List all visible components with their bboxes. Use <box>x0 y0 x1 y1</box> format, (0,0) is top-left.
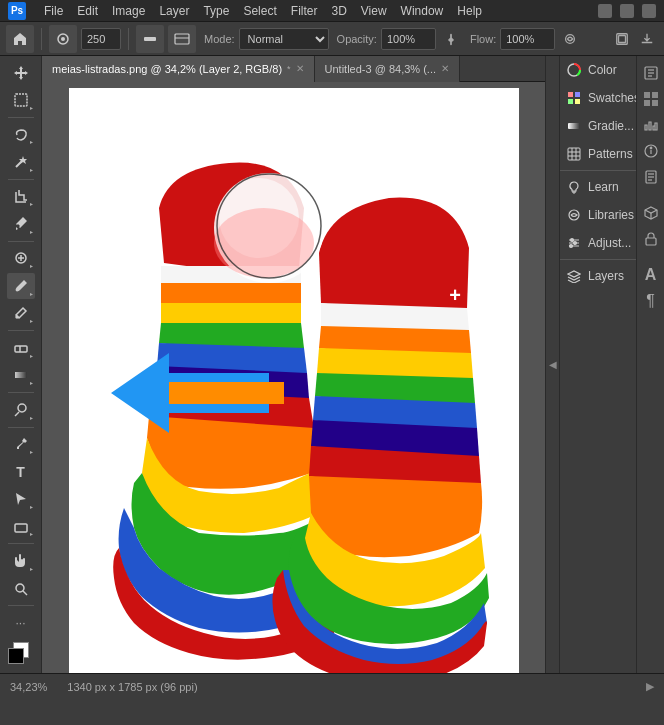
panel-layers[interactable]: Layers <box>560 262 636 290</box>
text-icon[interactable]: A <box>640 264 662 286</box>
panel-learn[interactable]: Learn <box>560 173 636 201</box>
svg-marker-20 <box>16 493 26 505</box>
tab-close-1[interactable]: ✕ <box>296 63 304 74</box>
swatches-grid-icon <box>566 90 582 106</box>
document-dimensions: 1340 px x 1785 px (96 ppi) <box>67 681 197 693</box>
arrow-orange <box>169 382 284 404</box>
scroll-right-icon[interactable]: ▶ <box>646 680 654 693</box>
svg-point-18 <box>18 404 26 412</box>
menu-help[interactable]: Help <box>457 4 482 18</box>
panel-sep-2 <box>560 259 636 260</box>
properties-icon[interactable] <box>640 62 662 84</box>
lasso-tool[interactable]: ▸ <box>7 122 35 148</box>
app-icon: Ps <box>8 2 26 20</box>
eraser-tool[interactable]: ▸ <box>7 335 35 361</box>
svg-rect-35 <box>568 148 580 160</box>
transform-icon[interactable] <box>640 228 662 250</box>
canvas-document: + <box>69 88 519 674</box>
tab-meias[interactable]: meias-listradas.png @ 34,2% (Layer 2, RG… <box>42 56 315 82</box>
menu-layer[interactable]: Layer <box>159 4 189 18</box>
svg-rect-3 <box>175 34 189 44</box>
tab-untitled[interactable]: Untitled-3 @ 84,3% (... ✕ <box>315 56 460 82</box>
more-tools[interactable]: ··· <box>7 610 35 636</box>
panel-adjustments[interactable]: Adjust... <box>560 229 636 257</box>
hand-tool[interactable]: ▸ <box>7 548 35 574</box>
opacity-value[interactable]: 100% <box>381 28 436 50</box>
svg-rect-51 <box>652 92 658 98</box>
panel-swatches[interactable]: Swatches <box>560 84 636 112</box>
tab-close-2[interactable]: ✕ <box>441 63 449 74</box>
move-tool[interactable] <box>7 60 35 86</box>
tool-sep-3 <box>8 241 34 242</box>
color-swatches[interactable] <box>7 640 35 667</box>
menu-select[interactable]: Select <box>243 4 276 18</box>
panel-color-label: Color <box>588 63 617 77</box>
menu-filter[interactable]: Filter <box>291 4 318 18</box>
tool-sep-2 <box>8 179 34 180</box>
tool-sep-1 <box>8 117 34 118</box>
svg-point-44 <box>574 242 577 245</box>
status-bar: 34,23% 1340 px x 1785 px (96 ppi) ▶ <box>0 673 664 699</box>
svg-rect-50 <box>644 92 650 98</box>
type-tool[interactable]: T <box>7 459 35 485</box>
minimize-btn[interactable] <box>598 4 612 18</box>
brush-size-box[interactable]: 250 <box>81 28 121 50</box>
eyedropper-tool[interactable]: ▸ <box>7 211 35 237</box>
menu-3d[interactable]: 3D <box>331 4 346 18</box>
gradient-tool[interactable]: ▸ <box>7 363 35 389</box>
collapse-panel[interactable]: ◀ <box>545 56 559 673</box>
svg-point-14 <box>16 316 18 318</box>
brush-tool-options-icon[interactable] <box>49 25 77 53</box>
histogram-icon[interactable] <box>640 114 662 136</box>
magic-wand-tool[interactable]: ▸ <box>7 149 35 175</box>
pen-tool[interactable]: ▸ <box>7 431 35 457</box>
menu-image[interactable]: Image <box>112 4 145 18</box>
info-icon[interactable] <box>640 140 662 162</box>
export-icon[interactable] <box>636 28 658 50</box>
swatches-far-icon[interactable] <box>640 88 662 110</box>
svg-rect-8 <box>15 94 27 106</box>
pressure-opacity-icon[interactable] <box>440 28 462 50</box>
maximize-btn[interactable] <box>620 4 634 18</box>
brush-style-icon[interactable] <box>136 25 164 53</box>
path-select-tool[interactable]: ▸ <box>7 486 35 512</box>
paragraph-icon[interactable]: ¶ <box>640 290 662 312</box>
shape-tool[interactable]: ▸ <box>7 514 35 540</box>
panel-libraries-label: Libraries <box>588 208 634 222</box>
close-btn[interactable] <box>642 4 656 18</box>
marquee-rect-tool[interactable]: ▸ <box>7 88 35 114</box>
screen-mode-icon[interactable] <box>611 28 633 50</box>
svg-point-43 <box>571 239 574 242</box>
healing-tool[interactable]: ▸ <box>7 246 35 272</box>
brush-tool[interactable]: ▸ <box>7 273 35 299</box>
crop-tool[interactable]: ▸ <box>7 184 35 210</box>
options-bar: 250 Mode: Normal Multiply Screen Opacity… <box>0 22 664 56</box>
tool-sep-5 <box>8 392 34 393</box>
menu-window[interactable]: Window <box>401 4 444 18</box>
mode-select[interactable]: Normal Multiply Screen <box>239 28 329 50</box>
zoom-tool[interactable] <box>7 576 35 602</box>
3d-icon[interactable] <box>640 202 662 224</box>
tool-home-icon[interactable] <box>6 25 34 53</box>
smoothing-icon[interactable] <box>559 28 581 50</box>
brush-preset-icon[interactable] <box>168 25 196 53</box>
svg-rect-21 <box>15 524 27 532</box>
canvas-container[interactable]: + <box>42 82 545 673</box>
panel-patterns[interactable]: Patterns <box>560 140 636 168</box>
menu-edit[interactable]: Edit <box>77 4 98 18</box>
flow-value[interactable]: 100% <box>500 28 555 50</box>
zoom-level: 34,23% <box>10 681 47 693</box>
svg-point-27 <box>214 208 314 278</box>
panel-gradients[interactable]: Gradie... <box>560 112 636 140</box>
panel-color[interactable]: Color <box>560 56 636 84</box>
notes-icon[interactable] <box>640 166 662 188</box>
panel-sep-1 <box>560 170 636 171</box>
panel-libraries[interactable]: Libraries <box>560 201 636 229</box>
dodge-tool[interactable]: ▸ <box>7 397 35 423</box>
menu-file[interactable]: File <box>44 4 63 18</box>
panel-swatches-label: Swatches <box>588 91 636 105</box>
clone-stamp-tool[interactable]: ▸ <box>7 301 35 327</box>
options-sep-1 <box>41 28 42 50</box>
menu-view[interactable]: View <box>361 4 387 18</box>
menu-type[interactable]: Type <box>203 4 229 18</box>
